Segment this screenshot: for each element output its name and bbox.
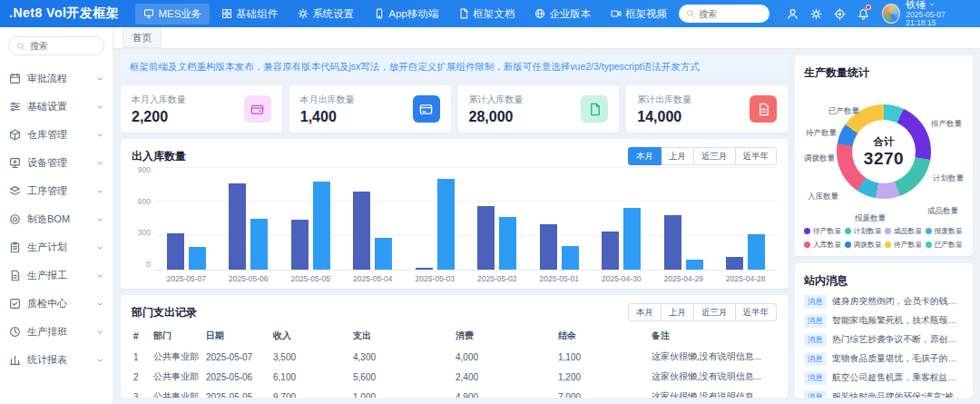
chart-range-近半年[interactable]: 近半年 — [735, 147, 778, 165]
sidebar-item-统计报表[interactable]: 统计报表 — [0, 346, 113, 374]
sidebar-item-生产报工[interactable]: 生产报工 — [0, 261, 113, 290]
sidebar-item-生产排班[interactable]: 生产排班 — [0, 318, 113, 346]
donut-total-value: 3270 — [864, 149, 904, 169]
message-item[interactable]: 消息宠物食品质量堪忧，毛孩子的健康谁守护？ — [804, 352, 964, 366]
message-item[interactable]: 消息智能家电频繁死机，技术瓶颈待突破？ — [804, 314, 964, 328]
nav-menu-企业版本[interactable]: 企业版本 — [526, 4, 599, 25]
table-row[interactable]: 2公共事业部2025-05-066,1005,6002,4001,200这家伙很… — [132, 367, 777, 387]
nav-menu-框架视频[interactable]: 框架视频 — [603, 4, 675, 25]
x-tick-label: 2025-05-03 — [404, 271, 466, 283]
chart-title: 出入库数量 — [132, 149, 186, 164]
bar-入库数量[interactable] — [602, 232, 619, 270]
bar-出库数量[interactable] — [313, 182, 330, 270]
cell-部门: 公共事业部 — [153, 390, 206, 398]
bar-入库数量[interactable] — [416, 268, 433, 270]
bar-入库数量[interactable] — [477, 206, 495, 270]
bar-入库数量[interactable] — [291, 220, 309, 270]
legend-item-入库数量[interactable]: 入库数量 — [804, 240, 843, 250]
legend-item-调拨数量[interactable]: 调拨数量 — [845, 240, 884, 250]
nav-menu-App移动端[interactable]: App移动端 — [366, 4, 446, 25]
sidebar-item-质检中心[interactable]: 质检中心 — [0, 290, 113, 318]
nav-menu-框架文档[interactable]: 框架文档 — [450, 4, 523, 25]
bar-出库数量[interactable] — [189, 247, 206, 270]
bar-出库数量[interactable] — [748, 234, 765, 270]
sidebar-item-制造BOM[interactable]: 制造BOM — [0, 205, 113, 233]
bar-入库数量[interactable] — [664, 215, 681, 270]
message-text: 宠物食品质量堪忧，毛孩子的健康谁守护？ — [832, 353, 964, 365]
expense-table-card: 部门支出记录 本月上月近三月近半年 #部门日期收入支出消费结余备注1公共事业部2… — [121, 295, 788, 398]
cell-#: 3 — [133, 392, 153, 399]
bar-入库数量[interactable] — [229, 183, 246, 270]
legend-item-报废数量[interactable]: 报废数量 — [926, 226, 965, 236]
bar-入库数量[interactable] — [540, 224, 557, 270]
legend-label: 成品数量 — [894, 226, 922, 236]
notifications-bell-button[interactable] — [853, 3, 873, 25]
legend-item-排产数量[interactable]: 排产数量 — [804, 226, 843, 236]
pie-label-已产数量: 已产数量 — [828, 106, 859, 117]
sidebar-item-基础设置[interactable]: 基础设置 — [0, 93, 113, 121]
nav-menu-MES业务[interactable]: MES业务 — [135, 4, 210, 25]
message-item[interactable]: 消息航空公司超售机票，乘客权益如何保障？ — [804, 371, 964, 385]
table-range-近三月[interactable]: 近三月 — [693, 303, 736, 321]
user-meta: 铁锤 2025-05-07 21:18:15 — [906, 0, 971, 28]
stat-cards-row: 本月入库数量2,200本月出库数量1,400累计入库数量28,000累计出库数量… — [121, 85, 788, 133]
bar-chart-plot — [155, 169, 777, 271]
chevron-down-icon — [96, 244, 103, 251]
avatar[interactable] — [882, 4, 900, 24]
bar-出库数量[interactable] — [437, 179, 455, 270]
sidebar-item-仓库管理[interactable]: 仓库管理 — [0, 121, 113, 149]
bar-入库数量[interactable] — [726, 257, 743, 270]
video-icon — [611, 8, 622, 19]
stat-text: 本月入库数量2,200 — [132, 94, 186, 125]
table-row[interactable]: 1公共事业部2025-05-073,5004,3004,0001,100这家伙很… — [132, 347, 777, 367]
legend-item-成品数量[interactable]: 成品数量 — [885, 226, 924, 236]
chart-range-本月[interactable]: 本月 — [628, 147, 662, 165]
chart-range-上月[interactable]: 上月 — [661, 147, 694, 165]
legend-dot — [845, 241, 851, 248]
nav-menu-基础组件[interactable]: 基础组件 — [213, 4, 286, 25]
message-item[interactable]: 消息健身房突然倒闭，会员卡的钱该如何追回？ — [804, 295, 964, 309]
sidebar-item-生产计划[interactable]: 生产计划 — [0, 233, 113, 261]
stat-text: 累计入库数量28,000 — [469, 94, 524, 125]
bar-入库数量[interactable] — [167, 233, 184, 270]
cell-部门: 公共事业部 — [153, 370, 206, 383]
user-menu[interactable]: 铁锤 2025-05-07 21:18:15 — [882, 0, 971, 28]
x-tick-label: 2025-04-29 — [652, 271, 715, 283]
bar-出库数量[interactable] — [250, 219, 268, 270]
message-item[interactable]: 消息服装快时尚品牌的环保“谎言”被戳破？ — [804, 390, 964, 398]
cell-结余: 1,200 — [558, 372, 652, 382]
table-row[interactable]: 3公共事业部2025-05-059,7001,0004,9007,000这家伙很… — [132, 387, 777, 398]
cell-消费: 4,000 — [456, 352, 558, 362]
bar-chart-yaxis: 9006003000 — [132, 169, 155, 271]
settings-gear-icon-button[interactable] — [806, 3, 826, 25]
calendar-icon — [9, 73, 21, 84]
message-item[interactable]: 消息热门综艺抄袭争议不断，原创之路在何方？ — [804, 333, 964, 347]
navbar-search[interactable] — [679, 5, 769, 23]
sidebar-search-input[interactable] — [30, 41, 96, 51]
bar-出库数量[interactable] — [623, 208, 641, 270]
nav-menu-系统设置[interactable]: 系统设置 — [289, 4, 362, 25]
bar-出库数量[interactable] — [375, 238, 392, 270]
bar-出库数量[interactable] — [686, 260, 703, 270]
bar-出库数量[interactable] — [562, 246, 579, 270]
sidebar-search[interactable] — [8, 36, 104, 55]
legend-item-计划数量[interactable]: 计划数量 — [845, 226, 884, 236]
sidebar-item-审批流程[interactable]: 审批流程 — [0, 64, 113, 93]
bar-入库数量[interactable] — [353, 192, 370, 270]
legend-item-已产数量[interactable]: 已产数量 — [926, 240, 965, 250]
stat-text: 本月出库数量1,400 — [300, 94, 355, 125]
table-range-上月[interactable]: 上月 — [661, 303, 694, 321]
legend-item-待产数量[interactable]: 待产数量 — [885, 240, 924, 250]
fullscreen-aim-icon-button[interactable] — [829, 3, 849, 25]
navbar-search-input[interactable] — [699, 9, 762, 19]
tab-home[interactable]: 首页 — [122, 28, 162, 48]
table-range-近半年[interactable]: 近半年 — [735, 303, 778, 321]
stat-label: 累计出库数量 — [637, 94, 691, 106]
chart-range-近三月[interactable]: 近三月 — [693, 147, 736, 165]
sidebar-item-设备管理[interactable]: 设备管理 — [0, 149, 113, 177]
stat-card-累计入库数量: 累计入库数量28,000 — [458, 85, 620, 133]
sidebar-item-工序管理[interactable]: 工序管理 — [0, 177, 113, 205]
bar-出库数量[interactable] — [499, 217, 516, 270]
table-range-本月[interactable]: 本月 — [628, 303, 662, 321]
user-profile-icon-button[interactable] — [782, 3, 802, 25]
